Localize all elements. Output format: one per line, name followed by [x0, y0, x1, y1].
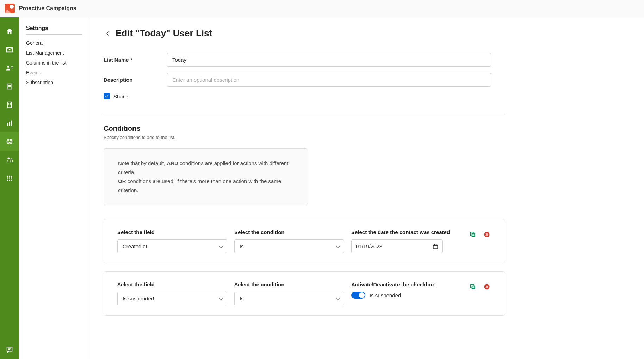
rail-templates[interactable]: [0, 77, 19, 96]
bar-chart-icon: [6, 119, 13, 127]
note-text-1: Note that by default,: [118, 160, 167, 166]
svg-point-19: [7, 177, 8, 179]
settings-heading: Settings: [26, 25, 82, 35]
svg-rect-39: [472, 286, 475, 289]
rail-settings[interactable]: [0, 132, 19, 151]
toggle-label: Is suspended: [370, 292, 401, 298]
main-content: Edit "Today" User List List Name * Descr…: [89, 17, 644, 359]
note-or: OR: [118, 178, 126, 184]
svg-point-16: [7, 176, 8, 177]
rail-mail[interactable]: [0, 41, 19, 59]
back-button[interactable]: [104, 29, 112, 38]
duplicate-button[interactable]: [468, 282, 477, 291]
share-label: Share: [113, 93, 128, 99]
note-and: AND: [167, 160, 178, 166]
svg-rect-5: [8, 86, 11, 87]
condition-select-value: Is: [240, 243, 244, 249]
svg-rect-9: [8, 104, 9, 105]
svg-point-21: [11, 177, 12, 179]
svg-rect-13: [11, 121, 12, 126]
duplicate-button[interactable]: [468, 230, 477, 239]
rail-chat[interactable]: [0, 341, 19, 359]
condition-label: Select the condition: [234, 281, 344, 287]
field-select-value: Is suspended: [123, 296, 154, 302]
date-value: 01/19/2023: [356, 243, 382, 249]
svg-point-20: [9, 177, 10, 179]
condition-select[interactable]: Is: [234, 239, 344, 253]
svg-point-23: [9, 180, 10, 181]
condition-row: Select the field Is suspended Select the…: [104, 271, 505, 316]
grid-icon: [6, 174, 13, 182]
document-icon: [6, 83, 13, 90]
rail-contacts[interactable]: [0, 59, 19, 77]
settings-link-columns[interactable]: Columns in the list: [26, 60, 82, 66]
svg-rect-11: [7, 123, 8, 126]
conditions-subtitle: Specify conditions to add to the list.: [104, 135, 630, 140]
svg-rect-2: [11, 68, 13, 68]
delete-button[interactable]: [482, 282, 491, 291]
svg-rect-12: [9, 122, 10, 126]
share-checkbox[interactable]: [104, 93, 110, 99]
gear-icon: [6, 138, 13, 145]
rail-org[interactable]: [0, 96, 19, 114]
condition-label: Select the condition: [234, 229, 344, 235]
description-input[interactable]: [167, 73, 491, 87]
note-text-3: conditions are used, if there's more tha…: [118, 178, 281, 193]
field-select-value: Created at: [123, 243, 147, 249]
copy-icon: [469, 231, 476, 238]
condition-select-value: Is: [240, 296, 244, 302]
field-label: Select the field: [117, 229, 227, 235]
calendar-icon: [433, 244, 438, 249]
chat-icon: [6, 346, 13, 354]
app-title: Proactive Campaigns: [19, 5, 76, 12]
settings-link-subscription[interactable]: Subscription: [26, 80, 82, 85]
svg-rect-32: [472, 233, 475, 237]
building-icon: [6, 101, 13, 109]
conditions-title: Conditions: [104, 124, 630, 133]
svg-point-17: [9, 176, 10, 177]
home-icon: [6, 28, 13, 35]
rail-home[interactable]: [0, 22, 19, 41]
copy-icon: [469, 283, 476, 290]
svg-rect-1: [11, 66, 13, 67]
chevron-left-icon: [105, 30, 111, 37]
app-logo: [5, 4, 15, 13]
rail-admin[interactable]: [0, 151, 19, 169]
description-label: Description: [104, 77, 167, 83]
date-input[interactable]: 01/19/2023: [351, 239, 443, 253]
rail-analytics[interactable]: [0, 114, 19, 132]
svg-rect-15: [10, 160, 12, 162]
svg-point-14: [8, 158, 10, 160]
app-header: Proactive Campaigns: [0, 0, 644, 17]
check-icon: [105, 94, 109, 98]
field-label: Select the field: [117, 281, 227, 287]
settings-nav: Settings General List Management Columns…: [19, 17, 89, 359]
svg-point-24: [11, 180, 12, 181]
person-list-icon: [6, 64, 13, 72]
svg-rect-4: [8, 85, 11, 86]
person-lock-icon: [6, 156, 13, 164]
rail-apps[interactable]: [0, 169, 19, 187]
svg-rect-8: [10, 103, 11, 104]
svg-rect-28: [433, 245, 438, 246]
settings-link-general[interactable]: General: [26, 40, 82, 46]
svg-rect-10: [10, 104, 11, 105]
svg-point-18: [11, 176, 12, 177]
mail-icon: [6, 46, 13, 54]
field-select[interactable]: Created at: [117, 239, 227, 253]
settings-link-list-management[interactable]: List Management: [26, 50, 82, 56]
svg-point-22: [7, 180, 8, 181]
settings-link-events[interactable]: Events: [26, 70, 82, 75]
condition-select[interactable]: Is: [234, 292, 344, 305]
sidebar-rail: [0, 17, 19, 359]
checkbox-label: Activate/Deactivate the checkbox: [351, 281, 461, 287]
date-label: Select the date the contact was created: [351, 229, 461, 235]
delete-button[interactable]: [482, 230, 491, 239]
condition-row: Select the field Created at Select the c…: [104, 219, 505, 263]
svg-rect-6: [8, 102, 12, 108]
field-select[interactable]: Is suspended: [117, 292, 227, 305]
suspended-toggle[interactable]: [351, 292, 365, 299]
svg-rect-7: [8, 103, 9, 104]
list-name-input[interactable]: [167, 53, 491, 67]
close-circle-icon: [483, 231, 490, 238]
